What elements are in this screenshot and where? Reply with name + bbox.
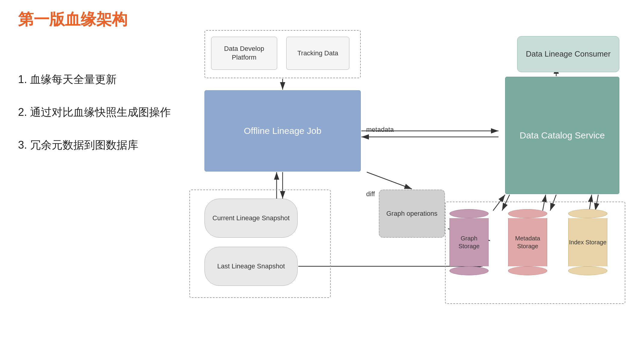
graph-operations-box: Graph operations [379, 190, 445, 238]
data-catalog-box: Data Catalog Service [505, 77, 619, 194]
bullet-list: 1. 血缘每天全量更新 2. 通过对比血缘快照生成图操作 3. 冗余元数据到图数… [18, 72, 171, 153]
svg-line-6 [367, 172, 412, 189]
offline-lineage-box: Offline Lineage Job [204, 90, 361, 172]
metadata-label: metadata [366, 126, 394, 134]
index-storage: Index Storage [565, 209, 610, 275]
architecture-diagram: Data Develop Platform Tracking Data Data… [165, 30, 628, 325]
tracking-data-box: Tracking Data [286, 37, 349, 70]
top-sources-container: Data Develop Platform Tracking Data [204, 30, 361, 78]
bullet-1: 1. 血缘每天全量更新 [18, 72, 171, 87]
bullet-3: 3. 冗余元数据到图数据库 [18, 138, 171, 153]
metadata-storage: Metadata Storage [505, 209, 550, 275]
diff-label: diff [366, 190, 375, 198]
graph-storage: Graph Storage [446, 209, 492, 275]
develop-platform-box: Data Develop Platform [211, 37, 277, 70]
page-title: 第一版血缘架构 [18, 9, 127, 30]
lineage-consumer-box: Data Lineage Consumer [517, 36, 619, 72]
bullet-2: 2. 通过对比血缘快照生成图操作 [18, 105, 171, 120]
current-snapshot-box: Current Lineage Snapshot [204, 199, 298, 238]
last-snapshot-box: Last Lineage Snapshot [204, 247, 298, 286]
